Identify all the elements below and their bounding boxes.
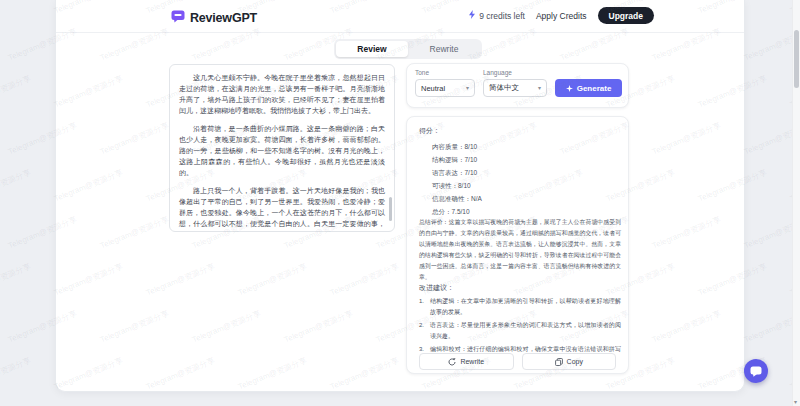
language-select[interactable]: 简体中文 ▾ <box>483 79 547 97</box>
tab-rewrite[interactable]: Rewrite <box>408 41 480 57</box>
result-actions: Rewrite Copy <box>419 353 616 370</box>
suggestion-number: 2. <box>419 320 427 341</box>
tone-label: Tone <box>415 69 429 76</box>
tone-select[interactable]: Neutral ▾ <box>415 79 475 97</box>
watermark-text: Telegram@资源分享 <box>0 261 32 299</box>
summary-text: 总结评价：这篇文章以描写夜晚的荷塘为主题，展现了主人公在荷塘中感受到的自由与宁静… <box>419 217 621 283</box>
mode-tabs: Review Rewrite <box>334 39 482 59</box>
score-heading: 得分： <box>419 126 440 136</box>
chevron-down-icon: ▾ <box>538 85 541 91</box>
page-scrollbar[interactable]: ▾ <box>792 0 800 406</box>
upgrade-button[interactable]: Upgrade <box>598 7 654 24</box>
tone-value: Neutral <box>421 84 445 93</box>
results-card: 得分： 内容质量：8/10 结构逻辑：7/10 语言表达：7/10 可读性：8/… <box>406 116 629 374</box>
essay-textarea[interactable]: 这几天心里颇不宁静。今晚在院子里坐着乘凉，忽然想起日日走过的荷塘，在这满月的光里… <box>169 64 395 232</box>
essay-paragraph: 沿着荷塘，是一条曲折的小煤屑路。这是一条幽僻的路；白天也少人走，夜晚更加寂寞。荷… <box>179 123 385 178</box>
brand-name: ReviewGPT <box>190 11 257 25</box>
generate-label: Generate <box>577 84 612 93</box>
suggestion-item: 1. 结构逻辑：在文章中添加更清晰的引导和转折，以帮助读者更好地理解故事的发展。 <box>419 296 621 317</box>
essay-paragraph: 这几天心里颇不宁静。今晚在院子里坐着乘凉，忽然想起日日走过的荷塘，在这满月的光里… <box>179 72 385 116</box>
header-right: 9 credits left Apply Credits Upgrade <box>468 7 654 24</box>
app-surface: ReviewGPT 9 credits left Apply Credits U… <box>55 0 745 392</box>
watermark-text: Telegram@资源分享 <box>0 355 32 393</box>
suggestion-text: 结构逻辑：在文章中添加更清晰的引导和转折，以帮助读者更好地理解故事的发展。 <box>430 296 621 317</box>
score-row: 语言表达：7/10 <box>432 166 482 179</box>
credits-text: 9 credits left <box>479 11 525 21</box>
copy-label: Copy <box>567 358 583 365</box>
rewrite-label: Rewrite <box>460 358 484 365</box>
chat-bubble-icon <box>750 366 762 377</box>
sparkle-icon <box>566 85 573 92</box>
language-value: 简体中文 <box>489 83 519 93</box>
editor-scrollbar-thumb[interactable] <box>389 197 392 221</box>
brand-logo-icon <box>171 9 185 27</box>
page-scrollbar-thumb[interactable] <box>794 30 799 88</box>
watermark-text: Telegram@资源分享 <box>0 0 32 16</box>
score-row: 内容质量：8/10 <box>432 140 482 153</box>
rewrite-button[interactable]: Rewrite <box>419 353 514 370</box>
rewrite-icon <box>448 358 456 366</box>
controls-card: Tone Neutral ▾ Language 简体中文 ▾ Generate <box>406 63 629 108</box>
apply-credits-link[interactable]: Apply Credits <box>536 11 587 21</box>
scrollbar-down-arrow-icon[interactable]: ▾ <box>794 398 797 405</box>
generate-button[interactable]: Generate <box>555 79 622 97</box>
suggestion-text: 语言表达：尽量使用更多形象生动的词汇和表达方式，以增加读者的阅读兴趣。 <box>430 320 621 341</box>
score-row: 可读性：8/10 <box>432 179 482 192</box>
suggestion-item: 2. 语言表达：尽量使用更多形象生动的词汇和表达方式，以增加读者的阅读兴趣。 <box>419 320 621 341</box>
copy-button[interactable]: Copy <box>522 353 617 370</box>
credits-bolt-icon <box>468 10 476 21</box>
language-label: Language <box>483 69 512 76</box>
chat-fab-button[interactable] <box>744 359 768 383</box>
essay-paragraph: 路上只我一个人，背着手踱着。这一片天地好像是我的；我也像超出了平常的自己，到了另… <box>179 185 385 232</box>
watermark-text: Telegram@资源分享 <box>0 73 32 111</box>
score-row: 结构逻辑：7/10 <box>432 153 482 166</box>
credits-left: 9 credits left <box>468 10 525 21</box>
brand: ReviewGPT <box>171 9 257 27</box>
suggestion-number: 1. <box>419 296 427 317</box>
tab-review[interactable]: Review <box>336 41 408 57</box>
chevron-down-icon: ▾ <box>466 85 469 91</box>
score-list: 内容质量：8/10 结构逻辑：7/10 语言表达：7/10 可读性：8/10 信… <box>432 140 482 218</box>
suggestions-heading: 改进建议： <box>419 283 454 293</box>
copy-icon <box>555 358 563 366</box>
watermark-text: Telegram@资源分享 <box>0 167 32 205</box>
score-row: 信息准确性：N/A <box>432 192 482 205</box>
header: ReviewGPT 9 credits left Apply Credits U… <box>56 0 744 33</box>
app-root: Telegram@资源分享Telegram@资源分享Telegram@资源分享T… <box>0 0 800 406</box>
